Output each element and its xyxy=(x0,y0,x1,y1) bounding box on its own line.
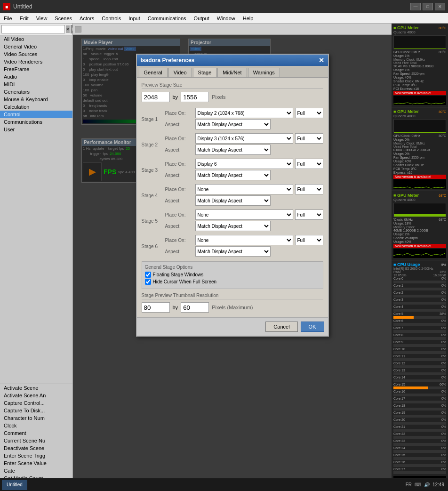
thumb-width-input[interactable] xyxy=(142,302,170,313)
stage-2-aspect-select[interactable]: Match Display Aspect xyxy=(195,145,271,155)
hide-cursor-row: Hide Cursor When Full Screen xyxy=(145,279,320,285)
core-19-bar xyxy=(393,415,446,418)
stage-2-place-row: Place On: Display 3 (1024 x 576) Full xyxy=(165,133,323,144)
sidebar-item-midi[interactable]: MIDI xyxy=(0,80,72,88)
scene-item-activate-scene-an[interactable]: Activate Scene An xyxy=(0,392,72,399)
menu-input[interactable]: Input xyxy=(125,15,144,22)
tab-stage[interactable]: Stage xyxy=(193,68,217,77)
floating-windows-checkbox[interactable] xyxy=(145,272,151,278)
scene-item-enter-scene-trigg[interactable]: Enter Scene Trigg xyxy=(0,452,72,459)
scene-item-get-media-count[interactable]: Get Media Count... xyxy=(0,475,72,478)
thumbnail-label: Stage Preview Thumbnail Resolution xyxy=(142,293,323,299)
menu-file[interactable]: File xyxy=(0,15,16,22)
stage-4-place-select[interactable]: None xyxy=(195,184,293,194)
gpu-1-memory-row: UsedFreeTotal xyxy=(393,61,446,64)
scene-item-character-to-num[interactable]: Character to Num xyxy=(0,414,72,422)
general-options-label: General Stage Options xyxy=(145,265,320,270)
sidebar-item-video-renderers[interactable]: Video Renderers xyxy=(0,58,72,65)
scene-item-enter-scene-value[interactable]: Enter Scene Value xyxy=(0,459,72,467)
stage-6-full-select[interactable]: Full xyxy=(295,235,323,245)
search-input[interactable] xyxy=(1,25,65,33)
tab-video[interactable]: Video xyxy=(168,68,192,77)
stage-2-place-select[interactable]: Display 3 (1024 x 576) xyxy=(195,133,293,144)
cpu-ram-row: RAM15% xyxy=(393,270,446,274)
sidebar-item-general-video[interactable]: General Video xyxy=(0,43,72,50)
menu-controls[interactable]: Controls xyxy=(98,15,125,22)
sidebar-item-mouse-keyboard[interactable]: Mouse & Keyboard xyxy=(0,96,72,103)
preview-stage-size-label: Preview Stage Size xyxy=(142,82,323,89)
sidebar-item-generators[interactable]: Generators xyxy=(0,88,72,96)
scene-item-deactivate-scene[interactable]: Deactivate Scene xyxy=(0,444,72,452)
stage-3-aspect-select[interactable]: Match Display Aspect xyxy=(195,170,271,180)
stage-3-label: Stage 3 xyxy=(142,168,165,173)
core-1-bar xyxy=(393,288,446,290)
core-18: Core 180% xyxy=(393,404,446,407)
stage-1-aspect-select[interactable]: Match Display Aspect xyxy=(195,119,271,129)
taskbar-app-button[interactable]: Untitled xyxy=(2,480,27,490)
menu-help[interactable]: Help xyxy=(239,15,257,22)
close-button[interactable]: ✕ xyxy=(435,3,445,10)
menu-communications[interactable]: Communications xyxy=(144,15,190,22)
scene-list: Activate Scene Activate Scene An Capture… xyxy=(0,384,72,478)
dialog-close-button[interactable]: ✕ xyxy=(319,56,324,64)
stage-6-place-select[interactable]: None xyxy=(195,235,293,245)
preview-width-input[interactable] xyxy=(142,92,170,102)
search-clear-button[interactable]: ✕ xyxy=(66,25,70,33)
stage-3-full-select[interactable]: Full xyxy=(295,159,323,169)
node-editor: Movie Player 1:Ping movie video out vide… xyxy=(73,35,392,491)
menu-edit[interactable]: Edit xyxy=(16,15,32,22)
scene-item-comment[interactable]: Comment xyxy=(0,429,72,437)
stage-5-place-label: Place On: xyxy=(165,212,193,217)
menu-output[interactable]: Output xyxy=(190,15,213,22)
sidebar-item-calculation[interactable]: Calculation xyxy=(0,103,72,111)
scene-item-current-scene-nu[interactable]: Current Scene Nu xyxy=(0,437,72,444)
tab-midi-net[interactable]: Midi/Net xyxy=(217,68,247,77)
stage-5-aspect-select[interactable]: Match Display Aspect xyxy=(195,221,271,231)
scene-item-activate-scene[interactable]: Activate Scene xyxy=(0,384,72,392)
sidebar-item-audio[interactable]: Audio xyxy=(0,73,72,80)
taskbar-right: FR ⌨ 🔊 12:49 xyxy=(406,482,448,487)
stage-2-full-select[interactable]: Full xyxy=(295,133,323,144)
menu-view[interactable]: View xyxy=(32,15,51,22)
sidebar-item-control[interactable]: Control xyxy=(0,111,72,118)
gpu-2-sparkline xyxy=(393,179,446,189)
stage-5-full-select[interactable]: Full xyxy=(295,209,323,220)
sidebar-item-all-video[interactable]: All Video xyxy=(0,35,72,43)
scene-item-capture-to-disk[interactable]: Capture To Disk... xyxy=(0,407,72,414)
menu-scenes[interactable]: Scenes xyxy=(51,15,76,22)
stage-1-full-select[interactable]: Full xyxy=(295,108,323,118)
stage-5-place-select[interactable]: None xyxy=(195,209,293,220)
sidebar-item-video-sources[interactable]: Video Sources xyxy=(0,50,72,58)
menu-window[interactable]: Window xyxy=(213,15,239,22)
ok-button[interactable]: OK xyxy=(301,322,324,332)
toolbar-icon[interactable] xyxy=(75,26,81,32)
sidebar-item-user[interactable]: User xyxy=(0,126,72,133)
scene-item-capture-control[interactable]: Capture Control... xyxy=(0,399,72,407)
sidebar-item-freeframe[interactable]: FreeFrame xyxy=(0,65,72,73)
tab-general[interactable]: General xyxy=(139,68,168,77)
thumb-height-input[interactable] xyxy=(181,302,209,313)
taskbar: Untitled FR ⌨ 🔊 12:49 xyxy=(0,478,448,491)
stage-4-aspect-select[interactable]: Match Display Aspect xyxy=(195,195,271,206)
stage-1-place-label: Place On: xyxy=(165,111,193,116)
stage-6-aspect-label: Aspect: xyxy=(165,249,193,254)
minimize-button[interactable]: — xyxy=(410,3,421,10)
core-0-bar xyxy=(393,281,446,283)
tab-warnings[interactable]: Warnings xyxy=(248,68,280,77)
stage-1-place-select[interactable]: Display 2 (1024 x 768) xyxy=(195,108,293,118)
menu-actors[interactable]: Actors xyxy=(76,15,98,22)
cancel-button[interactable]: Cancel xyxy=(265,322,297,332)
stage-6-aspect-select[interactable]: Match Display Aspect xyxy=(195,246,271,257)
scene-item-gate[interactable]: Gate xyxy=(0,467,72,475)
hide-cursor-checkbox[interactable] xyxy=(145,279,151,285)
maximize-button[interactable]: □ xyxy=(423,3,433,10)
preview-height-input[interactable] xyxy=(181,92,209,102)
hide-cursor-label: Hide Cursor When Full Screen xyxy=(153,279,217,284)
sidebar-item-communications[interactable]: Communications xyxy=(0,118,72,126)
scene-item-clock[interactable]: Clock xyxy=(0,422,72,429)
stage-3-aspect-label: Aspect: xyxy=(165,173,193,178)
stage-3-place-select[interactable]: Display 6 xyxy=(195,159,293,169)
stage-4-full-select[interactable]: Full xyxy=(295,184,323,194)
preview-by-label: by xyxy=(173,94,178,100)
thumbnail-section: Stage Preview Thumbnail Resolution by Pi… xyxy=(142,293,323,313)
